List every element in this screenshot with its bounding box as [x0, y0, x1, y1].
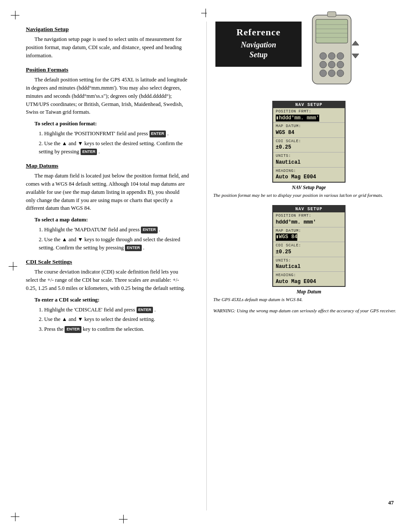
svg-point-9 [337, 53, 344, 59]
svg-marker-16 [352, 41, 359, 45]
map-datums-body: The map datum field is located just belo… [26, 172, 190, 212]
map-datum-sub-heading: To select a map datum: [34, 217, 190, 223]
corner-mark-tl [11, 11, 24, 24]
navigation-setup-heading: Navigation Setup [26, 26, 190, 33]
map-datum-step2: 2. Use the ▲ and ▼ keys to toggle throug… [39, 236, 190, 252]
gps-screen-2-row-0: POSITION FRMT: hddd°mm. mmm' [273, 212, 345, 227]
gps-screen-1-label-1: MAP DATUM: [276, 124, 342, 129]
svg-point-11 [328, 61, 335, 68]
gps-screen-2-label-1: MAP DATUM: [276, 228, 342, 234]
gps-screen-2-row-3: UNITS: Nautical [273, 257, 345, 272]
svg-rect-1 [316, 19, 348, 43]
position-formats-heading: Position Formats [26, 66, 190, 73]
gps-screen-1-value-0: ▮hddd°mm. mmm' [276, 115, 319, 122]
column-divider [206, 22, 207, 510]
gps-screen-1-row-2: CDI SCALE: ±0.25 [273, 138, 345, 152]
gps-screen-2-value-3: Nautical [276, 263, 342, 271]
position-format-step1: 1. Highlight the 'POSITIONFRMT' field an… [39, 130, 190, 138]
enter-button-pf2[interactable]: ENTER [81, 149, 97, 156]
warning-text: WARNING: Using the wrong map datum can s… [213, 308, 405, 314]
page-number: 47 [388, 499, 394, 506]
right-inner: NAV SETUP POSITION FRMT: ▮hddd°mm. mmm' … [207, 101, 411, 314]
gps-screen-2-label-2: CDI SCALE: [276, 243, 342, 249]
corner-mark-bl [11, 508, 24, 521]
gps-screen-2-row-1: MAP DATUM: ▮WGS 84 [273, 227, 345, 242]
gps-screen-1-row-0: POSITION FRMT: ▮hddd°mm. mmm' [273, 108, 345, 123]
gps-screen-2-title: NAV SETUP [273, 206, 345, 212]
gps-screen-1-label-0: POSITION FRMT: [276, 109, 342, 115]
gps-screen-2-label-0: POSITION FRMT: [276, 213, 342, 219]
svg-point-14 [328, 70, 335, 77]
enter-button-pf1[interactable]: ENTER [149, 131, 166, 137]
svg-point-13 [320, 70, 327, 77]
gps-screen-1: NAV SETUP POSITION FRMT: ▮hddd°mm. mmm' … [272, 101, 346, 183]
svg-point-15 [337, 70, 344, 77]
cdi-scale-sub-heading: To enter a CDI scale setting: [34, 297, 190, 303]
position-formats-body: The default position setting for the GPS… [26, 76, 190, 116]
gps-screen-1-row-3: UNITS: Nautical [273, 152, 345, 167]
gps-screen-2-label-4: HEADING: [276, 273, 342, 278]
gps-screen-1-label-4: HEADING: [276, 168, 342, 174]
position-format-step2: 2. Use the ▲ and ▼ keys to select the de… [39, 140, 190, 156]
gps-screen-2-value-4: Auto Mag E004 [276, 278, 342, 286]
gps-screen-1-label-2: CDI SCALE: [276, 139, 342, 144]
svg-rect-6 [327, 12, 336, 17]
crosshair-left [9, 262, 17, 271]
svg-marker-17 [352, 54, 359, 58]
svg-point-12 [337, 61, 344, 68]
enter-button-cdi1[interactable]: ENTER [137, 307, 153, 314]
cdi-scale-step2: 2. Use the ▲ and ▼ keys to select the de… [39, 315, 190, 324]
gps-screen-1-caption-text: The position format may be set to displa… [213, 192, 405, 199]
gps-screen-1-value-3: Nautical [276, 159, 342, 166]
svg-point-7 [320, 53, 327, 59]
cdi-scale-step1: 1. Highlight the 'CDISCALE' field and pr… [39, 306, 190, 314]
gps-screen-1-value-4: Auto Mag E004 [276, 174, 342, 181]
map-datums-heading: Map Datums [26, 162, 190, 169]
left-column: Navigation Setup The navigation setup pa… [0, 0, 207, 532]
gps-screen-2: NAV SETUP POSITION FRMT: hddd°mm. mmm' M… [272, 205, 346, 287]
gps-screen-1-value-1: WGS 84 [276, 129, 342, 137]
gps-screen-2-row-4: HEADING: Auto Mag E004 [273, 272, 345, 286]
svg-point-8 [328, 53, 335, 59]
svg-point-10 [320, 61, 327, 68]
gps-screen-2-value-0: hddd°mm. mmm' [276, 219, 342, 226]
gps-screen-2-caption-text: The GPS 45XLs default map datum is WGS 8… [213, 296, 405, 303]
gps-screen-2-value-1: ▮WGS 84 [276, 233, 297, 241]
cdi-scale-step3: 3. Press the ENTER key to confirm the se… [39, 325, 190, 333]
gps-screen-1-title: NAV SETUP [273, 102, 345, 108]
gps-screen-2-caption-bold: Map Datum [213, 289, 405, 294]
position-format-sub-heading: To select a position format: [34, 121, 190, 127]
enter-button-md1[interactable]: ENTER [141, 227, 158, 233]
map-datum-step1: 1. Highlight the 'MAPDATUM' field and pr… [39, 226, 190, 234]
gps-screen-2-label-3: UNITS: [276, 258, 342, 264]
gps-screen-1-label-3: UNITS: [276, 153, 342, 159]
reference-title: Reference [224, 27, 293, 38]
cdi-scale-body: The course deviation indicator (CDI) sca… [26, 268, 190, 292]
enter-button-md2[interactable]: ENTER [125, 245, 142, 252]
navigation-setup-body: The navigation setup page is used to sel… [26, 35, 190, 59]
enter-button-cdi3[interactable]: ENTER [65, 326, 81, 333]
cdi-scale-heading: CDI Scale Settings [26, 258, 190, 265]
page-container: Navigation Setup The navigation setup pa… [0, 0, 411, 532]
gps-screen-1-row-1: MAP DATUM: WGS 84 [273, 123, 345, 137]
gps-device-illustration [304, 11, 364, 94]
reference-header: Reference NavigationSetup [215, 22, 302, 67]
reference-subtitle: NavigationSetup [224, 40, 293, 60]
gps-screen-1-value-2: ±0.25 [276, 144, 342, 151]
gps-screen-1-caption-bold: NAV Setup Page [213, 185, 405, 190]
right-column: Reference NavigationSetup [207, 0, 411, 532]
crosshair-bottom [119, 515, 128, 523]
gps-screen-1-row-4: HEADING: Auto Mag E004 [273, 168, 345, 182]
gps-screen-2-row-2: CDI SCALE: ±0.25 [273, 242, 345, 257]
gps-screen-2-value-2: ±0.25 [276, 249, 342, 256]
